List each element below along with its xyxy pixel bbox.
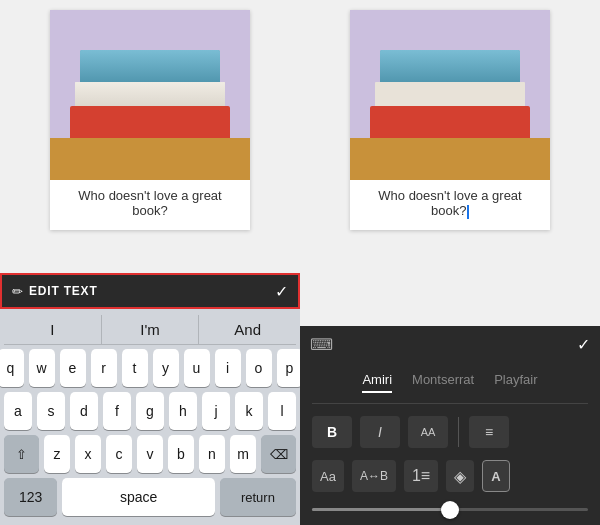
key-b[interactable]: b — [168, 435, 194, 473]
suggestion-1[interactable]: I — [4, 315, 102, 344]
font-size-button[interactable]: Aa — [312, 460, 344, 492]
suggestion-3[interactable]: And — [199, 315, 296, 344]
format-panel: Amiri Montserrat Playfair B I AA ≡ Aa A↔… — [300, 362, 600, 525]
line-height-button[interactable]: 1≡ — [404, 460, 438, 492]
bold-button[interactable]: B — [312, 416, 352, 448]
slider-thumb[interactable] — [441, 501, 459, 519]
key-shift[interactable]: ⇧ — [4, 435, 39, 473]
format-row: Aa A↔B 1≡ ◈ A — [312, 460, 588, 492]
page-right: Who doesn't love a great book? — [350, 10, 550, 230]
key-i[interactable]: i — [215, 349, 241, 387]
key-q[interactable]: q — [0, 349, 24, 387]
key-o[interactable]: o — [246, 349, 272, 387]
right-panel: Who doesn't love a great book? ⌨ ✓ Amiri… — [300, 0, 600, 525]
key-e[interactable]: e — [60, 349, 86, 387]
key-m[interactable]: m — [230, 435, 256, 473]
key-j[interactable]: j — [202, 392, 230, 430]
font-selection-row: Amiri Montserrat Playfair — [312, 372, 588, 404]
pencil-icon: ✏ — [12, 284, 23, 299]
book-image-right — [350, 10, 550, 180]
key-h[interactable]: h — [169, 392, 197, 430]
caption-left: Who doesn't love a great book? — [50, 180, 250, 226]
key-c[interactable]: c — [106, 435, 132, 473]
keyboard-icon[interactable]: ⌨ — [310, 335, 333, 354]
slider-fill — [312, 508, 450, 511]
keyboard-row-3: ⇧ z x c v b n m ⌫ — [4, 435, 296, 473]
checkmark-left[interactable]: ✓ — [275, 282, 288, 301]
svg-rect-6 — [50, 138, 250, 180]
key-return[interactable]: return — [220, 478, 296, 516]
document-area-right: Who doesn't love a great book? — [300, 0, 600, 326]
document-area-left: Who doesn't love a great book? — [0, 0, 300, 273]
key-x[interactable]: x — [75, 435, 101, 473]
word-suggestions: I I'm And — [4, 315, 296, 345]
key-space[interactable]: space — [62, 478, 214, 516]
keyboard-row-2: a s d f g h j k l — [4, 392, 296, 430]
key-p[interactable]: p — [277, 349, 303, 387]
key-y[interactable]: y — [153, 349, 179, 387]
format-toolbar: ⌨ ✓ — [300, 326, 600, 362]
dropcap-button[interactable]: ◈ — [446, 460, 474, 492]
key-w[interactable]: w — [29, 349, 55, 387]
key-s[interactable]: s — [37, 392, 65, 430]
aa-button[interactable]: AA — [408, 416, 448, 448]
style-divider — [458, 417, 459, 447]
page-left: Who doesn't love a great book? — [50, 10, 250, 230]
suggestion-2[interactable]: I'm — [102, 315, 200, 344]
font-amiri[interactable]: Amiri — [362, 372, 392, 393]
font-size-slider[interactable] — [312, 508, 588, 511]
edit-text-label: EDIT TEXT — [29, 284, 275, 298]
left-panel: Who doesn't love a great book? ✏ EDIT TE… — [0, 0, 300, 525]
font-montserrat[interactable]: Montserrat — [412, 372, 474, 393]
caption-right: Who doesn't love a great book? — [350, 180, 550, 227]
style-row: B I AA ≡ — [312, 416, 588, 448]
key-a[interactable]: a — [4, 392, 32, 430]
key-numbers[interactable]: 123 — [4, 478, 57, 516]
key-z[interactable]: z — [44, 435, 70, 473]
key-n[interactable]: n — [199, 435, 225, 473]
key-k[interactable]: k — [235, 392, 263, 430]
keyboard-area: I I'm And q w e r t y u i o p a s d f g … — [0, 309, 300, 525]
keyboard-row-1: q w e r t y u i o p — [4, 349, 296, 387]
key-f[interactable]: f — [103, 392, 131, 430]
checkmark-right[interactable]: ✓ — [577, 335, 590, 354]
text-cursor — [467, 205, 469, 219]
key-l[interactable]: l — [268, 392, 296, 430]
text-style-button[interactable]: A — [482, 460, 509, 492]
svg-rect-12 — [350, 138, 550, 180]
italic-button[interactable]: I — [360, 416, 400, 448]
book-image-left — [50, 10, 250, 180]
edit-text-bar[interactable]: ✏ EDIT TEXT ✓ — [0, 273, 300, 309]
key-v[interactable]: v — [137, 435, 163, 473]
key-d[interactable]: d — [70, 392, 98, 430]
key-backspace[interactable]: ⌫ — [261, 435, 296, 473]
keyboard-bottom-row: 123 space return — [4, 478, 296, 516]
slider-row[interactable] — [312, 504, 588, 515]
spacing-button[interactable]: A↔B — [352, 460, 396, 492]
align-button[interactable]: ≡ — [469, 416, 509, 448]
key-t[interactable]: t — [122, 349, 148, 387]
key-u[interactable]: u — [184, 349, 210, 387]
key-r[interactable]: r — [91, 349, 117, 387]
font-playfair[interactable]: Playfair — [494, 372, 537, 393]
key-g[interactable]: g — [136, 392, 164, 430]
